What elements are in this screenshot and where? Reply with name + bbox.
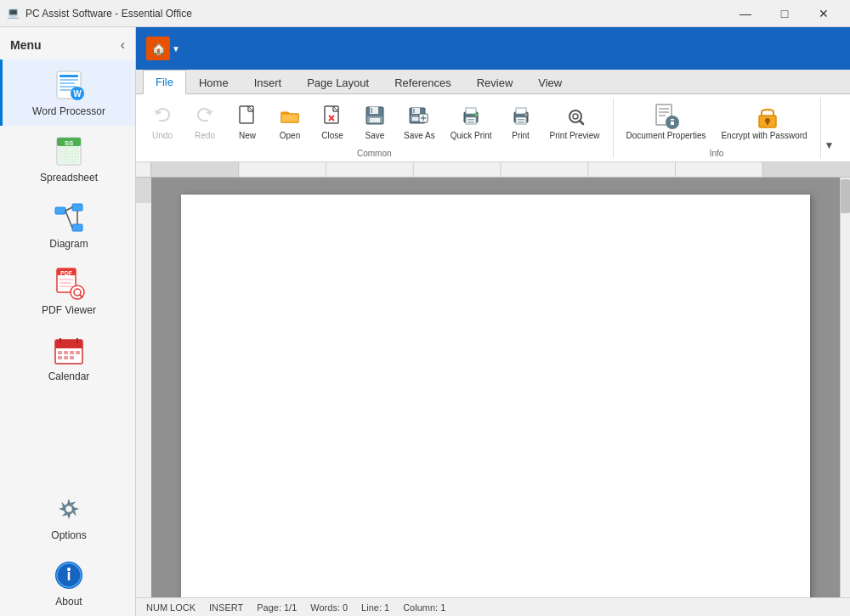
close-doc-button[interactable]: Close: [313, 98, 352, 145]
svg-rect-20: [55, 207, 65, 214]
status-bar: NUM LOCK INSERT Page: 1/1 Words: 0 Line:…: [136, 597, 850, 616]
svg-text:PDF: PDF: [60, 270, 73, 276]
svg-rect-15: [74, 153, 79, 158]
status-page: Page: 1/1: [257, 602, 297, 613]
word-processor-icon: W: [52, 68, 86, 102]
sidebar-item-spreadsheet[interactable]: SS Spreadsheet: [0, 126, 135, 192]
document-scroll[interactable]: [151, 178, 840, 597]
svg-rect-5: [60, 89, 72, 91]
status-num-lock: NUM LOCK: [146, 602, 196, 613]
sidebar-item-diagram[interactable]: Diagram: [0, 192, 135, 258]
tab-file[interactable]: File: [143, 70, 186, 94]
redo-icon: [191, 102, 218, 129]
svg-rect-101: [762, 162, 850, 178]
minimize-button[interactable]: —: [726, 0, 765, 27]
svg-rect-76: [468, 122, 474, 123]
sidebar-item-about[interactable]: i About: [0, 550, 135, 616]
undo-button[interactable]: Undo: [143, 98, 182, 145]
menu-label: Menu: [10, 38, 42, 52]
save-as-button[interactable]: Save As: [398, 98, 441, 145]
sidebar-item-pdf-viewer[interactable]: PDF PDF Viewer: [0, 258, 135, 325]
document-wrapper: [136, 178, 850, 597]
ruler-area: [136, 162, 850, 178]
common-group-items: Undo Redo: [143, 98, 606, 145]
options-icon: [52, 492, 86, 526]
document-properties-button[interactable]: Document Properties: [620, 98, 712, 145]
svg-rect-66: [413, 109, 415, 113]
scrollbar-thumb[interactable]: [841, 179, 850, 213]
svg-line-23: [65, 207, 72, 211]
tab-view[interactable]: View: [525, 71, 575, 94]
redo-button[interactable]: Redo: [185, 98, 224, 145]
svg-rect-82: [518, 119, 524, 121]
svg-text:!: !: [476, 114, 477, 117]
sidebar-item-word-processor[interactable]: W Word Processor: [0, 59, 135, 126]
svg-rect-110: [136, 178, 151, 203]
svg-rect-90: [659, 108, 669, 110]
new-button[interactable]: New: [228, 98, 267, 145]
calendar-icon: [52, 333, 86, 367]
tab-home[interactable]: Home: [186, 71, 241, 94]
scrollbar-vertical[interactable]: [840, 178, 850, 597]
svg-rect-14: [66, 153, 73, 158]
ribbon-expand-button[interactable]: ▼: [821, 136, 838, 155]
sidebar: Menu ‹ W Word Processor: [0, 27, 136, 616]
new-label: New: [239, 131, 256, 141]
tab-references[interactable]: References: [382, 71, 463, 94]
close-button[interactable]: ✕: [804, 0, 843, 27]
sidebar-item-word-processor-label: Word Processor: [32, 105, 105, 117]
main-layout: Menu ‹ W Word Processor: [0, 27, 850, 616]
svg-rect-100: [151, 162, 239, 178]
info-group-items: Document Properties Encrypt wit: [620, 98, 813, 145]
save-button[interactable]: Save: [355, 98, 394, 145]
encrypt-password-button[interactable]: Encrypt with Password: [715, 98, 813, 145]
svg-rect-42: [70, 351, 74, 354]
svg-rect-4: [60, 86, 76, 88]
about-icon: i: [52, 558, 86, 592]
sidebar-collapse-button[interactable]: ‹: [121, 37, 125, 53]
quick-print-button[interactable]: ! Quick Print: [445, 98, 498, 145]
tab-page-layout[interactable]: Page Layout: [294, 71, 382, 94]
print-preview-button[interactable]: Print Preview: [544, 98, 606, 145]
print-label: Print: [512, 131, 530, 141]
save-as-label: Save As: [404, 131, 435, 141]
svg-rect-2: [60, 79, 78, 81]
svg-rect-1: [60, 75, 78, 77]
doc-props-icon: [652, 102, 679, 129]
status-column: Column: 1: [403, 602, 445, 613]
svg-rect-43: [76, 351, 80, 354]
open-label: Open: [280, 131, 300, 141]
sidebar-item-calendar[interactable]: Calendar: [0, 325, 135, 391]
svg-rect-73: [466, 108, 476, 114]
ribbon-group-common: Undo Redo: [136, 98, 614, 158]
tab-insert[interactable]: Insert: [241, 71, 295, 94]
open-button[interactable]: Open: [270, 98, 309, 145]
maximize-button[interactable]: □: [765, 0, 804, 27]
new-doc-icon: [234, 102, 261, 129]
print-button[interactable]: ? Print: [502, 98, 541, 145]
app-menu-button[interactable]: 🏠: [146, 37, 170, 60]
redo-label: Redo: [195, 131, 215, 141]
close-doc-label: Close: [321, 131, 343, 141]
svg-point-47: [65, 505, 73, 513]
tab-review[interactable]: Review: [464, 71, 526, 94]
svg-rect-12: [74, 147, 79, 152]
encrypt-icon: [751, 102, 778, 129]
sidebar-item-options[interactable]: Options: [0, 483, 135, 550]
app-menu-arrow[interactable]: ▼: [172, 44, 180, 54]
save-as-icon: [405, 102, 433, 129]
undo-icon: [149, 102, 176, 129]
print-preview-icon: [561, 102, 588, 129]
status-words: Words: 0: [310, 602, 348, 613]
app-icon: 💻: [7, 7, 20, 20]
svg-rect-17: [66, 159, 73, 163]
svg-rect-92: [659, 115, 666, 116]
document-page[interactable]: [181, 195, 810, 597]
svg-rect-13: [59, 153, 65, 158]
print-icon: ?: [507, 102, 535, 129]
svg-rect-44: [58, 356, 62, 359]
svg-rect-22: [72, 224, 82, 231]
svg-rect-18: [74, 159, 79, 163]
svg-text:?: ?: [525, 114, 527, 117]
save-icon: [361, 102, 388, 129]
